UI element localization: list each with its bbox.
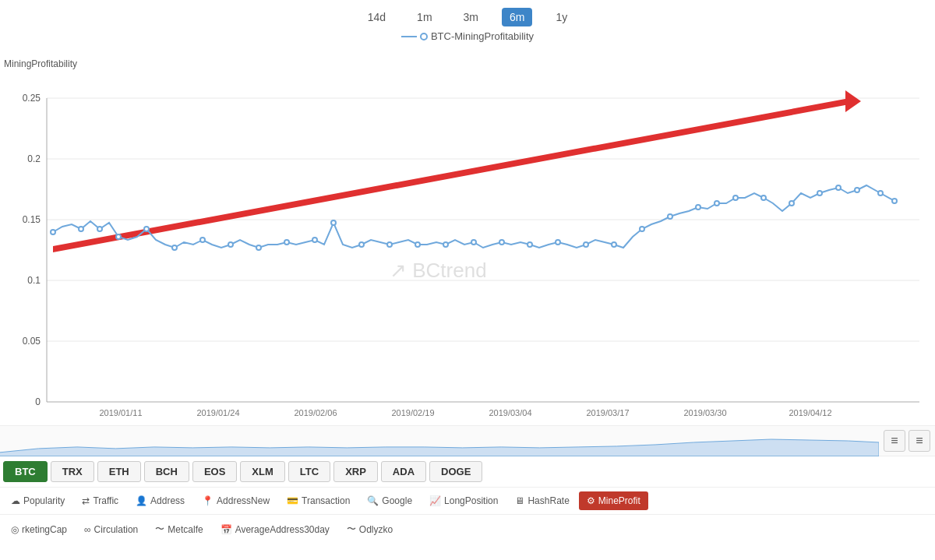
metcalfe-label: Metcalfe <box>168 524 203 535</box>
svg-point-3 <box>116 234 121 239</box>
coin-btn-ada[interactable]: ADA <box>381 461 426 482</box>
popularity-label: Popularity <box>23 495 65 506</box>
mini-line <box>0 439 879 456</box>
time-btn-1y[interactable]: 1y <box>548 8 575 26</box>
ytick-025: 0.25 <box>23 93 41 104</box>
xtick-8: 2019/04/12 <box>789 408 831 417</box>
data-points <box>51 185 897 250</box>
ytick-015: 0.15 <box>23 214 41 225</box>
coin-btn-trx[interactable]: TRX <box>51 461 94 482</box>
avgaddress-label: AverageAddress30day <box>235 524 330 535</box>
svg-point-17 <box>499 240 504 245</box>
metric-btn-address[interactable]: 👤 Address <box>128 491 192 510</box>
xtick-3: 2019/02/06 <box>294 408 337 417</box>
bottom-tabs: ◎ rketingCap ∞ Circulation 〜 Metcalfe 📅 … <box>0 515 935 544</box>
longposition-label: LongPosition <box>444 495 498 506</box>
transaction-label: Transaction <box>302 495 350 506</box>
time-btn-3m[interactable]: 3m <box>456 8 486 26</box>
svg-point-19 <box>556 240 560 245</box>
metric-btn-mineprofit[interactable]: ⚙ MineProfit <box>579 491 648 510</box>
coin-btn-doge[interactable]: DOGE <box>429 461 482 482</box>
xtick-7: 2019/03/30 <box>683 408 726 417</box>
time-btn-1m[interactable]: 1m <box>409 8 439 26</box>
svg-point-21 <box>612 242 616 247</box>
coin-btn-eth[interactable]: ETH <box>97 461 141 482</box>
time-btn-6m[interactable]: 6m <box>502 8 532 26</box>
xtick-1: 2019/01/11 <box>99 408 142 417</box>
y-axis-label: MiningProfitability <box>4 58 77 69</box>
avgaddress-icon: 📅 <box>221 524 232 535</box>
addressnew-icon: 📍 <box>202 495 213 506</box>
marketingcap-icon: ◎ <box>11 524 19 535</box>
mini-btn-1[interactable]: ≡ <box>884 430 905 452</box>
longposition-icon: 📈 <box>429 495 441 506</box>
xtick-6: 2019/03/17 <box>586 408 629 417</box>
metric-tabs: ☁ Popularity ⇄ Traffic 👤 Address 📍 Addre… <box>0 488 935 515</box>
metric-btn-longposition[interactable]: 📈 LongPosition <box>422 491 506 510</box>
data-line <box>53 185 894 248</box>
svg-point-25 <box>714 201 719 206</box>
legend-item-btc: BTC-MiningProfitability <box>401 30 534 42</box>
traffic-icon: ⇄ <box>82 495 90 506</box>
xtick-5: 2019/03/04 <box>489 408 531 417</box>
coin-btn-xrp[interactable]: XRP <box>333 461 378 482</box>
transaction-icon: 💳 <box>287 495 298 506</box>
bottom-tab-odlyzko[interactable]: 〜 Odlyzko <box>339 519 400 540</box>
bottom-tab-avgaddress[interactable]: 📅 AverageAddress30day <box>213 520 337 539</box>
svg-point-5 <box>172 245 177 250</box>
metric-btn-traffic[interactable]: ⇄ Traffic <box>74 491 126 510</box>
chart-area: MiningProfitability 0.25 0.2 0.15 0.1 0.… <box>0 44 935 425</box>
svg-point-12 <box>359 242 364 247</box>
odlyzko-icon: 〜 <box>347 523 356 536</box>
bottom-tab-metcalfe[interactable]: 〜 Metcalfe <box>147 519 210 540</box>
svg-point-30 <box>836 185 841 190</box>
bottom-tab-circulation[interactable]: ∞ Circulation <box>76 520 146 539</box>
svg-point-1 <box>79 227 83 231</box>
svg-point-24 <box>696 205 700 210</box>
xtick-2: 2019/01/24 <box>196 408 239 417</box>
coin-btn-xlm[interactable]: XLM <box>240 461 284 482</box>
svg-point-29 <box>817 191 822 195</box>
mini-controls: ≡ ≡ <box>879 430 935 452</box>
svg-point-26 <box>733 195 738 200</box>
time-btn-14d[interactable]: 14d <box>360 8 393 26</box>
coin-btn-eos[interactable]: EOS <box>192 461 237 482</box>
legend-dash <box>401 36 417 37</box>
svg-point-32 <box>878 191 883 195</box>
mineprofit-label: MineProfit <box>598 495 640 506</box>
chart-svg: MiningProfitability 0.25 0.2 0.15 0.1 0.… <box>0 44 935 425</box>
ytick-010: 0.1 <box>27 275 41 286</box>
svg-point-2 <box>97 227 102 231</box>
svg-point-13 <box>387 242 392 247</box>
svg-point-4 <box>144 227 149 231</box>
time-controls: 14d 1m 3m 6m 1y <box>0 0 935 30</box>
mineprofit-icon: ⚙ <box>587 495 595 506</box>
metcalfe-icon: 〜 <box>155 523 164 536</box>
trend-arrowhead <box>845 90 861 112</box>
metric-btn-transaction[interactable]: 💳 Transaction <box>279 491 358 510</box>
coin-btn-bch[interactable]: BCH <box>144 461 189 482</box>
hashrate-label: HashRate <box>527 495 569 506</box>
coin-btn-ltc[interactable]: LTC <box>288 461 330 482</box>
svg-point-31 <box>855 188 859 192</box>
metric-btn-hashrate[interactable]: 🖥 HashRate <box>507 491 577 510</box>
metric-btn-google[interactable]: 🔍 Google <box>359 491 420 510</box>
marketingcap-label: rketingCap <box>22 524 67 535</box>
mini-btn-2[interactable]: ≡ <box>909 430 930 452</box>
svg-point-7 <box>228 242 233 247</box>
metric-btn-addressnew[interactable]: 📍 AddressNew <box>194 491 277 510</box>
addressnew-label: AddressNew <box>217 495 270 506</box>
popularity-icon: ☁ <box>11 495 20 506</box>
ytick-0: 0 <box>35 396 41 407</box>
svg-point-11 <box>331 220 336 225</box>
bottom-tab-marketingcap[interactable]: ◎ rketingCap <box>3 520 75 539</box>
metric-btn-popularity[interactable]: ☁ Popularity <box>3 491 72 510</box>
svg-point-6 <box>200 238 205 242</box>
svg-point-18 <box>527 242 532 247</box>
legend-circle <box>420 33 428 41</box>
svg-point-15 <box>443 242 448 247</box>
address-icon: 👤 <box>136 495 147 506</box>
svg-point-8 <box>256 245 261 250</box>
svg-point-27 <box>761 195 766 200</box>
coin-btn-btc[interactable]: BTC <box>3 461 48 482</box>
